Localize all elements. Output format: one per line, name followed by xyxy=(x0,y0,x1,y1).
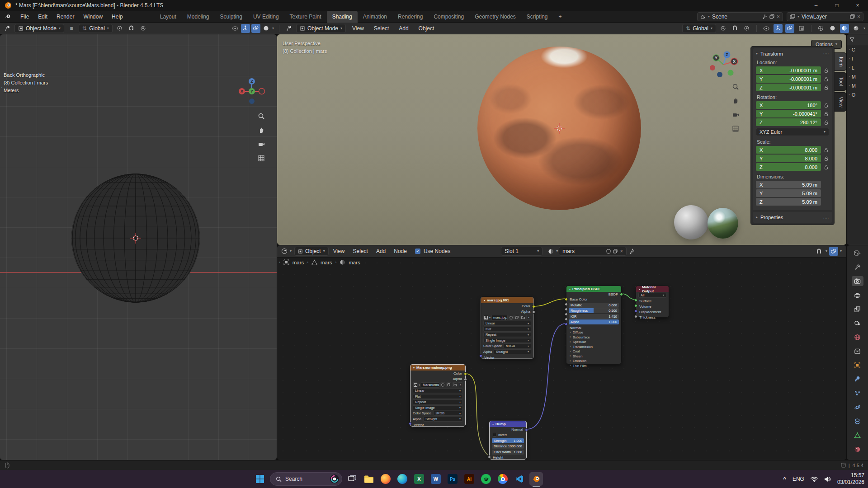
pivot-point-icon[interactable] xyxy=(115,24,124,33)
clock[interactable]: 15:57 03/01/2026 xyxy=(837,472,864,486)
dimensions-z-field[interactable]: Z5.09 m xyxy=(756,198,821,206)
material-name-field[interactable]: mars × xyxy=(559,247,627,256)
node-menu-node[interactable]: Node xyxy=(390,248,410,254)
tab-rendering[interactable]: Rendering xyxy=(392,11,428,23)
lock-icon[interactable] xyxy=(824,156,829,161)
mode-selector-left[interactable]: Object Mode▾ xyxy=(14,24,64,33)
socket-volume-in[interactable] xyxy=(634,304,637,307)
gizmo-toggle-icon-main[interactable] xyxy=(774,24,783,33)
menu-file[interactable]: File xyxy=(16,11,33,23)
rotation-z-field[interactable]: Z280.12° xyxy=(756,118,821,126)
preview-sphere-hdri[interactable] xyxy=(708,208,738,239)
snap-magnet-icon-main[interactable] xyxy=(731,24,740,33)
shading-material-icon[interactable] xyxy=(840,24,849,33)
section-subsurface[interactable]: ›Subsurface xyxy=(566,335,621,340)
lock-icon[interactable] xyxy=(824,164,829,170)
breadcrumb-expand-arrow[interactable]: › xyxy=(279,261,280,264)
lock-icon[interactable] xyxy=(824,147,829,153)
alpha-slider[interactable]: Alpha1.000 xyxy=(569,319,619,324)
outliner-editor[interactable]: ›C ›I ›L ›M ›M ›O xyxy=(847,34,868,245)
orientation-selector-left[interactable]: ⇅Global▾ xyxy=(79,24,113,33)
edge-icon[interactable] xyxy=(396,472,409,486)
menu-window[interactable]: Window xyxy=(79,11,107,23)
unlink-material-icon[interactable]: × xyxy=(620,248,623,254)
socket-base-color-in[interactable] xyxy=(565,298,568,301)
tab-modeling[interactable]: Modeling xyxy=(182,11,215,23)
new-viewlayer-icon[interactable] xyxy=(850,14,855,19)
shading-wireframe-icon[interactable] xyxy=(816,24,826,33)
output-target-dropdown[interactable]: All▾ xyxy=(638,293,666,298)
scale-z-field[interactable]: Z8.000 xyxy=(756,163,821,171)
node-menu-add[interactable]: Add xyxy=(373,248,389,254)
chrome-icon[interactable] xyxy=(496,472,509,486)
socket-color-out[interactable] xyxy=(532,305,535,308)
spotify-icon[interactable] xyxy=(479,472,493,486)
vscode-icon[interactable] xyxy=(513,472,526,486)
mode-selector-main[interactable]: Object Mode▾ xyxy=(296,24,346,33)
filter-icon[interactable] xyxy=(849,37,854,42)
unlink-image-icon[interactable]: × xyxy=(458,382,463,387)
navigation-gizmo-left[interactable]: Z X Y xyxy=(234,73,270,109)
properties-editor-type-icon[interactable] xyxy=(852,248,863,258)
location-y-field[interactable]: Y-0.000001 m xyxy=(756,75,821,83)
filter-width-slider[interactable]: Filter Width1.000 xyxy=(492,450,524,455)
excel-icon[interactable]: X xyxy=(412,472,426,486)
properties-tab-tool[interactable] xyxy=(852,262,863,272)
node-material-output[interactable]: ▾Material Output All▾ Surface Volume Dis… xyxy=(636,286,669,318)
dimensions-y-field[interactable]: Y5.09 m xyxy=(756,189,821,197)
properties-tab-world[interactable] xyxy=(852,332,863,342)
properties-subpanel[interactable]: ▸ Properties :::: xyxy=(753,212,832,223)
node-bump[interactable]: ▾Bump Normal Invert Strength1.000 Distan… xyxy=(489,421,527,460)
interpolation-dropdown[interactable]: Linear▾ xyxy=(413,388,463,393)
copilot-icon[interactable] xyxy=(330,474,340,484)
scene-name[interactable]: Scene xyxy=(712,14,760,20)
tab-animation[interactable]: Animation xyxy=(358,11,392,23)
outliner-row[interactable]: ›I xyxy=(847,54,868,63)
section-thin-film[interactable]: ›Thin Film xyxy=(566,363,621,368)
shading-solid-icon[interactable] xyxy=(828,24,837,33)
lock-icon[interactable] xyxy=(824,68,829,73)
start-button[interactable] xyxy=(253,472,267,486)
shader-type-selector[interactable]: Object▾ xyxy=(294,247,329,256)
menu-view[interactable]: View xyxy=(349,25,368,32)
tab-geometry-nodes[interactable]: Geometry Nodes xyxy=(469,11,521,23)
lock-icon[interactable] xyxy=(824,111,829,117)
tray-expand-chevron[interactable]: ^ xyxy=(783,476,786,482)
projection-dropdown[interactable]: Flat▾ xyxy=(483,327,531,332)
tab-layout[interactable]: Layout xyxy=(155,11,182,23)
socket-vector-in[interactable] xyxy=(409,422,412,425)
breadcrumb-material[interactable]: mars xyxy=(349,260,360,265)
use-nodes-checkbox[interactable]: ✓ xyxy=(415,249,420,254)
active-tool-icon[interactable] xyxy=(3,24,12,33)
properties-tab-constraints[interactable] xyxy=(852,416,863,426)
node-menu-view[interactable]: View xyxy=(330,248,349,254)
pin-icon[interactable] xyxy=(762,14,767,19)
node-image-texture-mars[interactable]: ▾mars.jpg.001 Color Alpha ▾ mars.jpg.001… xyxy=(481,297,534,359)
menu-object[interactable]: Object xyxy=(415,25,438,32)
illustrator-icon[interactable]: Ai xyxy=(462,472,476,486)
material-browse-dropdown[interactable]: ▾ xyxy=(556,249,558,253)
rotation-y-field[interactable]: Y-0.000041° xyxy=(756,110,821,117)
shading-dropdown[interactable]: ▾ xyxy=(863,27,865,30)
rotation-mode-dropdown[interactable]: XYZ Euler▾ xyxy=(756,128,829,136)
zoom-icon[interactable] xyxy=(256,111,266,121)
source-dropdown[interactable]: Single Image▾ xyxy=(483,338,531,343)
outliner-row[interactable]: ›M xyxy=(847,81,868,90)
socket-normal-in[interactable] xyxy=(565,323,568,326)
socket-surface-in[interactable] xyxy=(634,299,637,302)
toolbar-expand-arrow[interactable]: › xyxy=(1,86,2,89)
socket-roughness-in[interactable] xyxy=(565,308,568,311)
wifi-icon[interactable] xyxy=(811,476,818,482)
close-button[interactable]: × xyxy=(847,0,868,11)
distance-slider[interactable]: Distance1000.000 xyxy=(492,444,524,449)
image-datablock-field[interactable]: ▾ Marsnormalmap... × xyxy=(413,382,463,388)
dimensions-x-field[interactable]: X5.09 m xyxy=(756,181,821,188)
remove-viewlayer-icon[interactable]: × xyxy=(857,14,860,20)
expand-properties-icon[interactable]: ▸ xyxy=(756,216,758,219)
panel-grip[interactable]: :::: xyxy=(823,216,829,220)
socket-bsdf-out[interactable] xyxy=(620,293,623,296)
tab-tool[interactable]: Tool xyxy=(835,72,846,90)
proportional-edit-icon-main[interactable] xyxy=(742,24,751,33)
lock-icon[interactable] xyxy=(824,85,829,90)
language-indicator[interactable]: ENG xyxy=(793,476,804,482)
